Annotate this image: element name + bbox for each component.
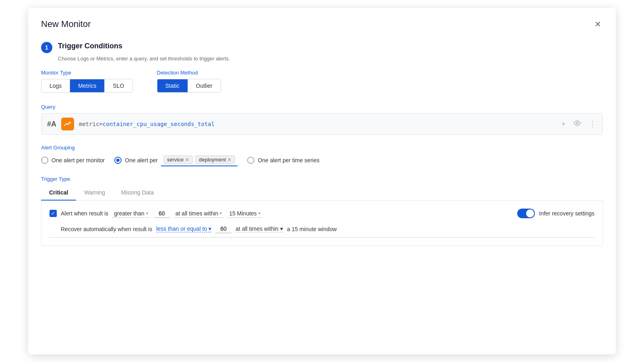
monitor-type-logs[interactable]: Logs [41, 79, 70, 92]
infer-recovery-label: Infer recovery settings [539, 210, 594, 217]
tab-critical[interactable]: Critical [41, 185, 76, 201]
monitor-type-buttons: Logs Metrics SLO [41, 79, 133, 93]
tag-input-area[interactable]: service ✕ deployment ✕ [161, 154, 237, 166]
divider [50, 237, 594, 238]
comparison-select[interactable]: greater than ▾ [112, 209, 150, 218]
query-row: #A metric=container_cpu_usage_seconds_to… [41, 113, 603, 135]
comparison-value: greater than [114, 210, 144, 217]
trigger-content: Alert when result is greater than ▾ at a… [41, 201, 603, 246]
detection-method-group: Detection Method Static Outlier [157, 70, 221, 93]
window-select[interactable]: 15 Minutes ▾ [227, 209, 262, 218]
recovery-at-all-times-select[interactable]: at all times within ▾ [235, 225, 283, 232]
alert-grouping-section: Alert Grouping One alert per monitor One… [41, 145, 603, 166]
query-label: Query [41, 104, 603, 110]
query-text[interactable]: metric=container_cpu_usage_seconds_total [79, 121, 555, 127]
trigger-tabs: Critical Warning Missing Data [41, 185, 603, 201]
section-header: 1 Trigger Conditions [41, 42, 603, 53]
query-metric-value: container_cpu_usage_seconds_total [103, 121, 215, 127]
radio-group: One alert per monitor One alert per serv… [41, 154, 603, 166]
section-title: Trigger Conditions [58, 42, 122, 50]
monitor-type-group: Monitor Type Logs Metrics SLO [41, 70, 133, 93]
tab-missing-data[interactable]: Missing Data [113, 185, 162, 201]
recovery-text: Recover automatically when result is [61, 226, 152, 232]
monitor-type-detection-row: Monitor Type Logs Metrics SLO Detection … [41, 70, 603, 93]
tag-deployment: deployment ✕ [195, 155, 235, 164]
recovery-value-input[interactable] [215, 225, 231, 233]
recovery-comparison-chevron: ▾ [208, 225, 211, 232]
radio-per-time-series-label: One alert per time series [258, 157, 319, 163]
radio-per-time-series[interactable]: One alert per time series [247, 157, 319, 164]
query-section: Query #A metric=container_cpu_usage_seco… [41, 104, 603, 135]
metrics-icon [61, 118, 74, 130]
at-all-times-select[interactable]: at all times within ▾ [174, 209, 224, 218]
recovery-row: Recover automatically when result is les… [50, 225, 594, 233]
svg-point-1 [576, 122, 578, 124]
trigger-type-section: Trigger Type Critical Warning Missing Da… [41, 176, 603, 246]
recovery-comparison-select[interactable]: less than or equal to ▾ [156, 225, 211, 232]
monitor-type-slo[interactable]: SLO [105, 79, 132, 92]
radio-per-monitor[interactable]: One alert per monitor [41, 157, 105, 164]
eye-button[interactable] [573, 119, 582, 130]
radio-per-alert-circle [114, 157, 122, 164]
window-chevron: ▾ [258, 211, 260, 215]
detection-method-label: Detection Method [157, 70, 221, 76]
alert-when-text: Alert when result is [61, 210, 108, 217]
tag-service: service ✕ [163, 155, 193, 164]
comparison-chevron: ▾ [146, 211, 148, 215]
detection-method-buttons: Static Outlier [157, 79, 221, 93]
at-all-times-chevron: ▾ [220, 211, 222, 215]
tag-service-remove[interactable]: ✕ [185, 157, 189, 163]
trigger-type-label: Trigger Type [41, 176, 603, 182]
window-value: 15 Minutes [229, 210, 256, 217]
detection-outlier[interactable]: Outlier [188, 79, 221, 92]
tag-service-label: service [167, 157, 184, 163]
tab-warning[interactable]: Warning [76, 185, 113, 201]
new-monitor-modal: New Monitor ✕ 1 Trigger Conditions Choos… [28, 8, 616, 354]
recovery-window-text: a 15 minute window [287, 226, 337, 232]
infer-recovery-toggle[interactable] [517, 209, 535, 218]
alert-grouping-label: Alert Grouping [41, 145, 603, 151]
at-all-times-text: at all times within [175, 210, 219, 217]
recovery-at-all-times-text: at all times within [235, 225, 279, 232]
detection-static[interactable]: Static [157, 79, 188, 92]
alert-checkbox[interactable] [50, 210, 57, 217]
alert-condition-row: Alert when result is greater than ▾ at a… [50, 209, 594, 218]
infer-toggle-area: Infer recovery settings [517, 209, 594, 218]
monitor-type-label: Monitor Type [41, 70, 133, 76]
radio-per-time-series-circle [247, 157, 254, 164]
modal-header: New Monitor ✕ [41, 18, 603, 31]
recovery-at-all-times-chevron: ▾ [280, 225, 283, 232]
query-actions: + ⋮ [560, 119, 597, 130]
monitor-type-metrics[interactable]: Metrics [70, 79, 105, 92]
radio-per-monitor-circle [41, 157, 48, 164]
recovery-comparison-value: less than or equal to [156, 225, 207, 232]
close-button[interactable]: ✕ [593, 18, 603, 31]
svg-point-0 [69, 122, 70, 123]
section-subtitle: Choose Logs or Metrics, enter a query, a… [58, 56, 603, 62]
radio-per-alert[interactable]: One alert per [114, 157, 158, 164]
modal-title: New Monitor [41, 19, 91, 29]
trigger-conditions-section: 1 Trigger Conditions Choose Logs or Metr… [41, 42, 603, 246]
query-row-label: #A [47, 120, 56, 128]
step-badge: 1 [41, 42, 52, 53]
more-options-button[interactable]: ⋮ [588, 119, 597, 129]
radio-per-monitor-label: One alert per monitor [52, 157, 105, 163]
tag-deployment-label: deployment [199, 157, 226, 163]
alert-per-row: One alert per service ✕ deployment ✕ [114, 154, 237, 166]
alert-value-input[interactable] [154, 209, 170, 218]
add-query-button[interactable]: + [560, 119, 566, 129]
tag-deployment-remove[interactable]: ✕ [227, 157, 231, 163]
radio-per-alert-label: One alert per [125, 157, 158, 163]
query-metric-prefix: metric= [79, 121, 103, 127]
